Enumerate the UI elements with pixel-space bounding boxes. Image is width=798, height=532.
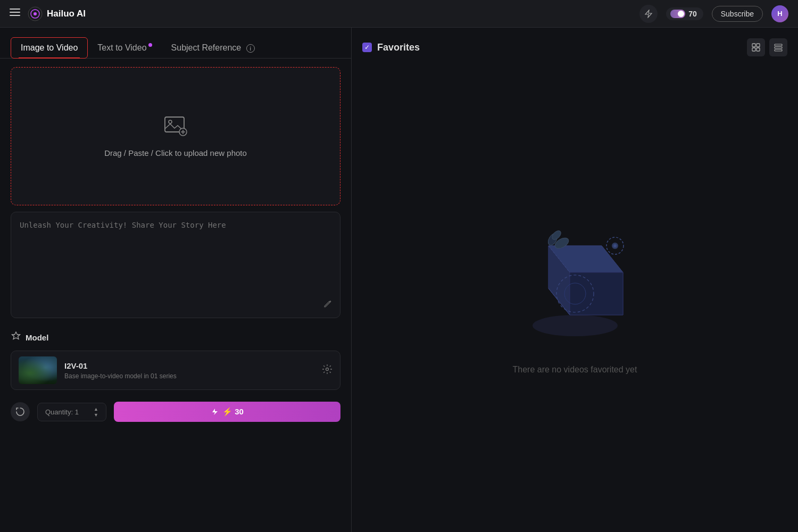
svg-rect-17 (775, 47, 782, 48)
quantity-label: Quantity: 1 (45, 408, 89, 416)
svg-rect-13 (757, 44, 760, 47)
tab-text-to-video[interactable]: Text to Video (88, 38, 161, 58)
svg-point-5 (34, 12, 37, 15)
generate-label: ⚡ 30 (222, 407, 244, 417)
svg-rect-1 (10, 12, 20, 13)
model-title: Model (26, 333, 48, 342)
header-right: 70 Subscribe H (639, 5, 788, 23)
hamburger-icon[interactable] (10, 7, 20, 20)
left-panel: Image to Video Text to Video Subject Ref… (0, 28, 351, 532)
favorites-checkbox[interactable]: ✓ (362, 43, 372, 52)
svg-rect-0 (10, 9, 20, 10)
svg-rect-2 (10, 15, 20, 16)
upload-box[interactable]: Drag / Paste / Click to upload new photo (11, 67, 340, 205)
tabs: Image to Video Text to Video Subject Ref… (0, 28, 351, 59)
upload-placeholder: Drag / Paste / Click to upload new photo (104, 148, 247, 157)
bottom-row: Quantity: 1 ▲ ▼ ⚡ 30 (0, 396, 351, 422)
svg-rect-16 (775, 44, 782, 46)
favorites-header: ✓ Favorites (362, 38, 787, 56)
svg-rect-18 (775, 49, 782, 51)
favorites-title-area: ✓ Favorites (362, 42, 420, 53)
thunder-button[interactable] (639, 5, 658, 23)
empty-state-text: There are no videos favorited yet (513, 365, 637, 375)
coin-area[interactable]: 70 (666, 7, 703, 20)
svg-rect-14 (752, 48, 755, 51)
view-list-button[interactable] (769, 38, 787, 56)
svg-point-7 (169, 120, 172, 123)
model-header: Model (11, 331, 340, 344)
svg-rect-15 (757, 48, 760, 51)
generate-button[interactable]: ⚡ 30 (114, 402, 340, 422)
empty-illustration (506, 214, 644, 352)
coin-toggle (670, 10, 685, 18)
tab-image-to-video[interactable]: Image to Video (11, 37, 88, 59)
svg-point-30 (613, 244, 617, 247)
upload-icon (164, 115, 187, 141)
prompt-box (11, 212, 340, 318)
favorites-title: Favorites (377, 42, 420, 53)
edit-icon[interactable] (323, 299, 332, 311)
model-section: Model I2V-01 Base image-to-video model i… (0, 325, 351, 396)
tab-subject-reference[interactable]: Subject Reference i (162, 38, 264, 58)
prompt-section (0, 212, 351, 325)
right-panel: ✓ Favorites (351, 28, 798, 532)
quantity-arrows[interactable]: ▲ ▼ (94, 406, 98, 418)
model-icon (11, 331, 21, 344)
model-thumbnail (19, 356, 57, 384)
view-grid-button[interactable] (747, 38, 765, 56)
svg-point-11 (326, 368, 329, 370)
model-name: I2V-01 (64, 361, 314, 370)
empty-state: There are no videos favorited yet (362, 67, 787, 521)
model-card[interactable]: I2V-01 Base image-to-video model in 01 s… (11, 351, 340, 390)
info-icon[interactable]: i (246, 44, 255, 53)
new-dot (148, 43, 152, 47)
svg-marker-23 (570, 272, 623, 315)
svg-rect-12 (752, 44, 755, 47)
logo-area: Hailuo AI (28, 6, 86, 21)
header: Hailuo AI 70 Subscribe H (0, 0, 798, 28)
model-description: Base image-to-video model in 01 series (64, 372, 314, 380)
upload-section: Drag / Paste / Click to upload new photo (0, 59, 351, 212)
coin-count: 70 (688, 10, 697, 18)
subscribe-button[interactable]: Subscribe (712, 6, 763, 22)
recycle-button[interactable] (11, 402, 30, 421)
avatar[interactable]: H (771, 5, 788, 22)
logo-icon (28, 6, 43, 21)
view-buttons (747, 38, 787, 56)
logo-text: Hailuo AI (47, 9, 86, 19)
main-layout: Image to Video Text to Video Subject Ref… (0, 28, 798, 532)
prompt-input[interactable] (20, 220, 331, 305)
svg-point-19 (533, 315, 618, 336)
model-info: I2V-01 Base image-to-video model in 01 s… (64, 361, 314, 380)
model-settings-icon[interactable] (322, 364, 332, 377)
header-left: Hailuo AI (10, 6, 86, 21)
quantity-control[interactable]: Quantity: 1 ▲ ▼ (37, 403, 106, 421)
